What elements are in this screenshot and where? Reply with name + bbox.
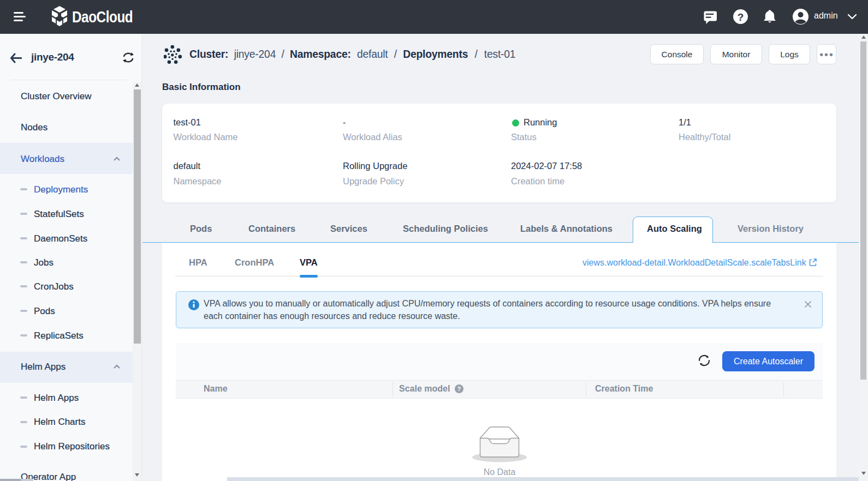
svg-text:?: ? <box>738 11 744 23</box>
svg-text:?: ? <box>457 386 461 392</box>
